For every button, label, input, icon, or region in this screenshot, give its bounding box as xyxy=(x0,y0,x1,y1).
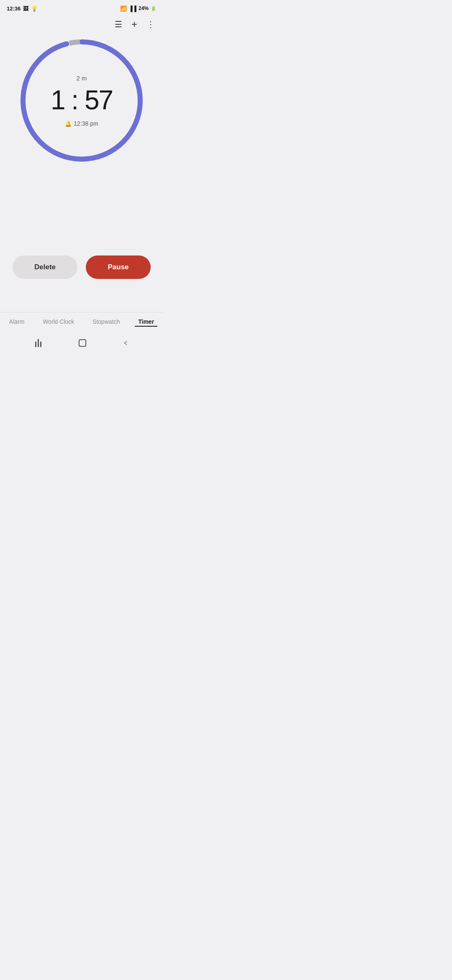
battery-text: 24% xyxy=(139,5,149,11)
nav-world-clock[interactable]: World Clock xyxy=(39,317,77,327)
battery-icon: 🔋 xyxy=(151,6,157,11)
status-bar: 12:36 🖼 💡 📶 ▐▐ 24% 🔋 xyxy=(0,0,163,15)
assistant-icon: 💡 xyxy=(31,5,38,12)
timer-total-label: 2 m xyxy=(76,75,87,82)
bell-icon: 🔔 xyxy=(65,120,72,126)
photo-icon: 🖼 xyxy=(23,5,28,12)
add-icon[interactable]: + xyxy=(131,18,137,30)
recents-icon[interactable] xyxy=(35,339,41,347)
pause-button[interactable]: Pause xyxy=(86,255,151,279)
status-time-area: 12:36 🖼 💡 xyxy=(7,5,38,12)
nav-timer[interactable]: Timer xyxy=(135,317,157,327)
nav-alarm[interactable]: Alarm xyxy=(6,317,28,327)
timer-countdown: 1 : 57 xyxy=(51,87,113,113)
more-options-icon[interactable]: ⋮ xyxy=(146,19,155,29)
system-navigation-bar: < xyxy=(0,333,163,353)
time-display: 12:36 xyxy=(7,5,21,12)
timer-container: 2 m 1 : 57 🔔 12:38 pm xyxy=(0,34,163,172)
timer-inner: 2 m 1 : 57 🔔 12:38 pm xyxy=(51,75,113,127)
back-icon[interactable]: < xyxy=(124,339,127,348)
toolbar: ☰ + ⋮ xyxy=(0,15,163,34)
bottom-navigation: Alarm World Clock Stopwatch Timer xyxy=(0,312,163,331)
timer-alarm-time: 🔔 12:38 pm xyxy=(65,120,98,127)
delete-button[interactable]: Delete xyxy=(13,255,77,279)
signal-icon: ▐▐ xyxy=(129,5,136,12)
wifi-icon: 📶 xyxy=(120,5,127,12)
status-right-area: 📶 ▐▐ 24% 🔋 xyxy=(120,5,157,12)
action-buttons: Delete Pause xyxy=(0,247,163,287)
alarm-time-text: 12:38 pm xyxy=(74,120,98,127)
nav-stopwatch[interactable]: Stopwatch xyxy=(89,317,123,327)
home-icon[interactable] xyxy=(79,339,86,347)
list-icon[interactable]: ☰ xyxy=(115,19,122,29)
timer-circle: 2 m 1 : 57 🔔 12:38 pm xyxy=(19,38,144,163)
